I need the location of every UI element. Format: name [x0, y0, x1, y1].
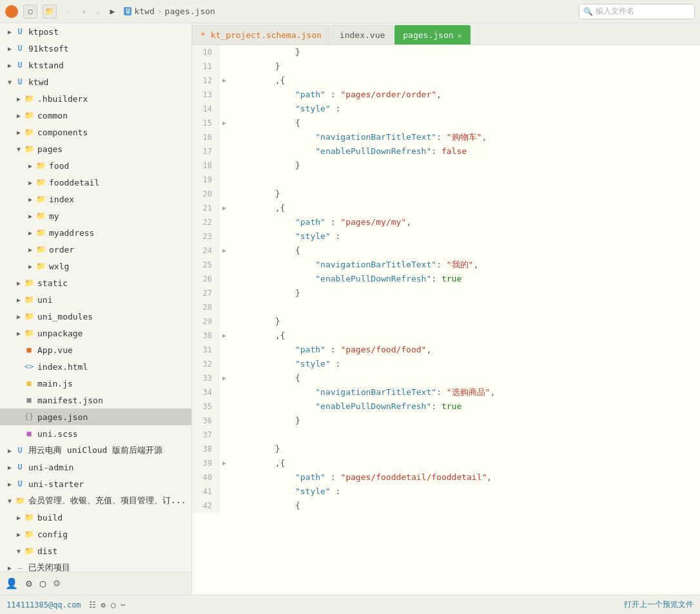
line-num-32: 32 [192, 357, 219, 371]
folder-icon-static: 📁 [23, 278, 35, 288]
sidebar-bottom-icon3[interactable]: ◯ [40, 577, 46, 590]
statusbar-icon-settings[interactable]: ⚙ [101, 600, 106, 609]
sidebar-item-hbuilderx[interactable]: ▶ 📁 .hbuilderx [0, 90, 191, 107]
sidebar-item-index-dir[interactable]: ▶ 📁 index [0, 191, 191, 207]
statusbar-action[interactable]: 打开上一个预览文件 [624, 599, 694, 610]
sidebar-item-myaddress[interactable]: ▶ 📁 myaddress [0, 224, 191, 241]
fold-15[interactable]: ▶ [219, 116, 229, 130]
code-line-26: 26 "enablePullDownRefresh": true [192, 272, 700, 286]
sidebar-item-main-js[interactable]: ■ main.js [0, 375, 191, 392]
sidebar-bottom-icon2[interactable]: ⚙ [26, 577, 32, 590]
statusbar-icon-dots[interactable]: ⋯ [121, 600, 125, 609]
tab-kt-schema[interactable]: * kt_project.schema.json [192, 25, 330, 44]
sidebar-item-manifest-json[interactable]: ■ manifest.json [0, 392, 191, 408]
sidebar-item-ktpost[interactable]: ▶ U ktpost [0, 23, 191, 40]
sidebar-item-components[interactable]: ▶ 📁 components [0, 124, 191, 140]
arrow-food: ▶ [26, 162, 35, 169]
sidebar-item-static[interactable]: ▶ 📁 static [0, 274, 191, 291]
line-num-27: 27 [192, 286, 219, 300]
fold-24[interactable]: ▶ [219, 244, 229, 258]
tab-index-vue[interactable]: index.vue [331, 25, 393, 44]
sidebar-item-common[interactable]: ▶ 📁 common [0, 107, 191, 124]
label-index-html: index.html [37, 362, 88, 372]
forward-button[interactable]: › [77, 5, 90, 18]
line-num-16: 16 [192, 130, 219, 144]
sidebar-item-index-html[interactable]: <> index.html [0, 358, 191, 375]
fold-33[interactable]: ▶ [219, 371, 229, 385]
sidebar-item-fooddetail[interactable]: ▶ 📁 fooddetail [0, 174, 191, 191]
sidebar-item-wxlg[interactable]: ▶ 📁 wxlg [0, 258, 191, 274]
sidebar-bottom-icon4[interactable]: ☺ [53, 577, 60, 590]
search-box[interactable]: 🔍 输入文件名 [579, 4, 695, 19]
breadcrumb-u-icon: U [124, 7, 131, 15]
sidebar-item-order[interactable]: ▶ 📁 order [0, 241, 191, 258]
sidebar-item-my[interactable]: ▶ 📁 my [0, 207, 191, 224]
statusbar-icon-grid[interactable]: ☷ [89, 600, 96, 609]
breadcrumb-file[interactable]: pages.json [165, 6, 215, 16]
back-button[interactable]: ‹ [62, 5, 75, 18]
arrow-member-mgmt: ▼ [5, 497, 14, 504]
file-icon-main-js: ■ [23, 378, 35, 389]
arrow-order: ▶ [26, 246, 35, 253]
sidebar-item-food[interactable]: ▶ 📁 food [0, 157, 191, 174]
folder-icon-components: 📁 [23, 127, 35, 137]
fold-30[interactable]: ▶ [219, 329, 229, 343]
bookmark-icon[interactable]: ☆ [95, 6, 101, 17]
line-num-28: 28 [192, 300, 219, 314]
statusbar: 114111385@qq.com ☷ ⚙ ◯ ⋯ 打开上一个预览文件 [0, 595, 700, 614]
sidebar-item-build[interactable]: ▶ 📁 build [0, 509, 191, 526]
fold-39[interactable]: ▶ [219, 456, 229, 470]
breadcrumb-root[interactable]: ktwd [134, 6, 154, 16]
sidebar-item-config[interactable]: ▶ 📁 config [0, 526, 191, 542]
code-content-16: "navigationBarTitleText": "购物车", [229, 130, 700, 144]
folder-icon-fooddetail: 📁 [35, 177, 46, 187]
code-content-13: "path" : "pages/order/order", [229, 88, 700, 102]
arrow-dist: ▼ [14, 548, 23, 555]
u-icon-uni-admin: U [14, 462, 26, 472]
tab-pages-json-close[interactable]: ✕ [458, 31, 462, 40]
sidebar: ▶ U ktpost ▶ U 91ktsoft ▶ U ktstand ▼ U … [0, 23, 192, 595]
label-uni-scss: uni.scss [37, 429, 78, 439]
new-file-button[interactable]: ▢ [23, 5, 37, 19]
sidebar-item-app-vue[interactable]: ■ App.vue [0, 341, 191, 358]
tab-pages-json[interactable]: pages.json ✕ [394, 25, 471, 44]
sidebar-item-91ktsoft[interactable]: ▶ U 91ktsoft [0, 40, 191, 57]
sidebar-item-yyd-cloud[interactable]: ▶ U 用云电商 uniCloud 版前后端开源 [0, 442, 191, 459]
sidebar-item-uni[interactable]: ▶ 📁 uni [0, 291, 191, 308]
sidebar-item-uni-admin[interactable]: ▶ U uni-admin [0, 459, 191, 475]
label-static: static [37, 278, 68, 288]
open-folder-button[interactable]: 📁 [43, 5, 57, 19]
sidebar-item-uni-modules[interactable]: ▶ 📁 uni_modules [0, 308, 191, 325]
fold-21[interactable]: ▶ [219, 201, 229, 215]
code-line-12: 12 ▶ ,{ [192, 73, 700, 88]
sidebar-item-ktwd[interactable]: ▼ U ktwd [0, 73, 191, 90]
code-content-35: "enablePullDownRefresh": true [229, 399, 700, 414]
sidebar-item-uni-starter[interactable]: ▶ U uni-starter [0, 475, 191, 492]
sidebar-item-pages[interactable]: ▼ 📁 pages [0, 140, 191, 157]
sidebar-item-dist[interactable]: ▼ 📁 dist [0, 542, 191, 559]
label-uni-modules: uni_modules [37, 312, 93, 321]
sidebar-item-uni-scss[interactable]: ■ uni.scss [0, 425, 191, 442]
code-line-37: 37 [192, 428, 700, 442]
statusbar-email: 114111385@qq.com [6, 600, 81, 609]
run-icon[interactable]: ▶ [106, 5, 119, 18]
code-line-32: 32 "style" : [192, 357, 700, 371]
label-common: common [37, 111, 68, 120]
code-editor[interactable]: 10 } 11 } 12 ▶ ,{ 13 [192, 45, 700, 595]
arrow-hbuilderx: ▶ [14, 95, 23, 102]
line-num-34: 34 [192, 385, 219, 399]
label-index-dir: index [49, 195, 74, 204]
sidebar-item-unpackage[interactable]: ▶ 📁 unpackage [0, 325, 191, 341]
sidebar-item-pages-json[interactable]: {} pages.json [0, 408, 191, 425]
sidebar-item-member-mgmt[interactable]: ▼ 📁 会员管理、收银、充值、项目管理、订... [0, 492, 191, 509]
fold-12[interactable]: ▶ [219, 73, 229, 88]
arrow-my: ▶ [26, 213, 35, 220]
sidebar-item-ktstand[interactable]: ▶ U ktstand [0, 57, 191, 73]
breadcrumb-sep: › [157, 6, 162, 16]
label-dist: dist [37, 546, 57, 556]
sidebar-bottom-icon1[interactable]: 👤 [5, 577, 18, 590]
code-content-27: } [229, 286, 700, 300]
statusbar-icon-circle[interactable]: ◯ [111, 600, 115, 609]
code-content-40: "path" : "pages/fooddetail/fooddetail", [229, 470, 700, 484]
code-content-23: "style" : [229, 229, 700, 244]
